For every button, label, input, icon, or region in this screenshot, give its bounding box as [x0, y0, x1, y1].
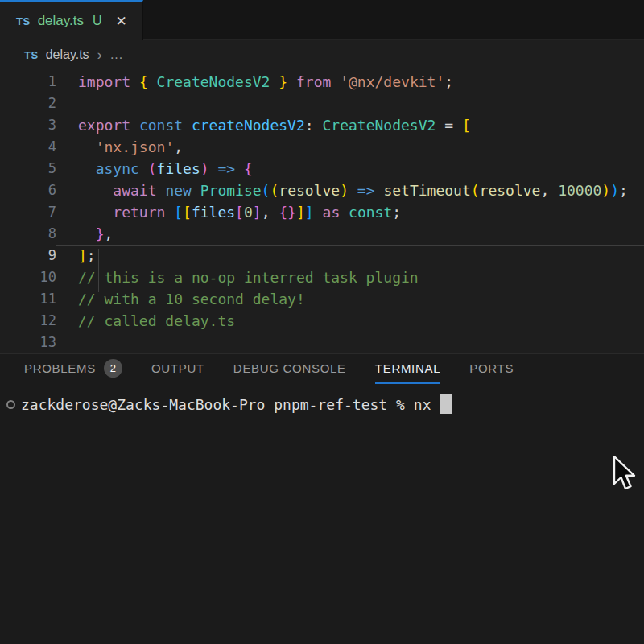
code-text[interactable]: // this is a no-op interred task plugin: [56, 266, 644, 288]
close-icon[interactable]: ✕: [116, 13, 127, 30]
code-text[interactable]: async (files) => {: [56, 158, 644, 180]
panel-tab-terminal[interactable]: TERMINAL: [375, 354, 440, 384]
line-number: 13: [0, 332, 56, 353]
indent-guide-bracket: [80, 205, 81, 314]
code-text[interactable]: [56, 332, 644, 353]
line-number: 1: [0, 71, 56, 93]
problems-count-badge: 2: [104, 359, 122, 378]
code-line-11[interactable]: 11// with a 10 second delay!: [0, 288, 644, 310]
typescript-file-icon: TS: [16, 15, 31, 27]
code-text[interactable]: export const createNodesV2: CreateNodesV…: [56, 114, 644, 136]
code-line-3[interactable]: 3export const createNodesV2: CreateNodes…: [0, 114, 644, 136]
line-number: 2: [0, 93, 56, 114]
terminal[interactable]: zackderose@Zacks-MacBook-Pro pnpm-ref-te…: [0, 394, 644, 414]
breadcrumb-symbol-ellipsis[interactable]: ...: [110, 47, 123, 62]
code-editor[interactable]: 1import { CreateNodesV2 } from '@nx/devk…: [0, 69, 644, 353]
line-number: 8: [0, 223, 56, 245]
terminal-cursor: [440, 394, 452, 414]
code-line-10[interactable]: 10// this is a no-op interred task plugi…: [0, 266, 644, 288]
panel-tab-label: OUTPUT: [151, 361, 204, 375]
line-number: 5: [0, 158, 56, 180]
chevron-right-icon: ›: [97, 47, 102, 62]
panel-tab-problems[interactable]: PROBLEMS2: [24, 354, 122, 384]
editor-lines: 1import { CreateNodesV2 } from '@nx/devk…: [0, 71, 644, 353]
line-number: 7: [0, 201, 56, 223]
panel-tab-ports[interactable]: PORTS: [469, 354, 514, 384]
code-text[interactable]: ];: [56, 245, 644, 266]
tab-delay-ts[interactable]: TS delay.ts U ✕: [0, 0, 143, 40]
panel-tabs: PROBLEMS2OUTPUTDEBUG CONSOLETERMINALPORT…: [0, 354, 644, 384]
code-line-9[interactable]: 9];: [0, 245, 644, 266]
code-line-5[interactable]: 5 async (files) => {: [0, 158, 644, 180]
terminal-command: nx: [414, 396, 431, 413]
terminal-prompt: zackderose@Zacks-MacBook-Pro pnpm-ref-te…: [21, 396, 405, 413]
code-line-2[interactable]: 2: [0, 93, 644, 114]
tab-bar: TS delay.ts U ✕: [0, 0, 644, 40]
code-line-1[interactable]: 1import { CreateNodesV2 } from '@nx/devk…: [0, 71, 644, 93]
panel-tab-label: DEBUG CONSOLE: [233, 361, 346, 375]
line-number: 4: [0, 136, 56, 158]
code-text[interactable]: // with a 10 second delay!: [56, 288, 644, 310]
code-text[interactable]: 'nx.json',: [56, 136, 644, 158]
code-line-4[interactable]: 4 'nx.json',: [0, 136, 644, 158]
tab-filename: delay.ts: [38, 13, 84, 29]
line-number: 12: [0, 310, 56, 332]
code-line-6[interactable]: 6 await new Promise((resolve) => setTime…: [0, 180, 644, 201]
typescript-file-icon: TS: [24, 49, 39, 61]
line-number: 9: [0, 245, 56, 266]
panel-tab-label: PORTS: [469, 361, 514, 375]
panel-tab-debug-console[interactable]: DEBUG CONSOLE: [233, 354, 346, 384]
panel-tab-label: TERMINAL: [375, 361, 440, 375]
line-number: 10: [0, 266, 56, 288]
tab-bar-empty-space: [143, 0, 644, 40]
code-line-12[interactable]: 12// called delay.ts: [0, 310, 644, 332]
line-number: 6: [0, 180, 56, 201]
code-text[interactable]: },: [56, 223, 644, 245]
code-text[interactable]: // called delay.ts: [56, 310, 644, 332]
line-number: 11: [0, 288, 56, 310]
code-text[interactable]: await new Promise((resolve) => setTimeou…: [56, 180, 644, 201]
breadcrumb[interactable]: TS delay.ts › ...: [0, 40, 644, 69]
git-untracked-badge: U: [93, 14, 102, 28]
panel-tab-label: PROBLEMS: [24, 361, 96, 375]
code-line-13[interactable]: 13: [0, 332, 644, 353]
code-text[interactable]: import { CreateNodesV2 } from '@nx/devki…: [56, 71, 644, 93]
line-number: 3: [0, 114, 56, 136]
breadcrumb-filename[interactable]: delay.ts: [46, 47, 89, 62]
panel-tab-output[interactable]: OUTPUT: [151, 354, 204, 384]
code-text[interactable]: return [[files[0], {}]] as const;: [56, 201, 644, 223]
code-line-7[interactable]: 7 return [[files[0], {}]] as const;: [0, 201, 644, 223]
code-text[interactable]: [56, 93, 644, 114]
bottom-panel: PROBLEMS2OUTPUTDEBUG CONSOLETERMINALPORT…: [0, 353, 644, 644]
code-line-8[interactable]: 8 },: [0, 223, 644, 245]
terminal-command-circle-icon: [6, 400, 15, 409]
indent-guide-brace: [98, 249, 99, 292]
